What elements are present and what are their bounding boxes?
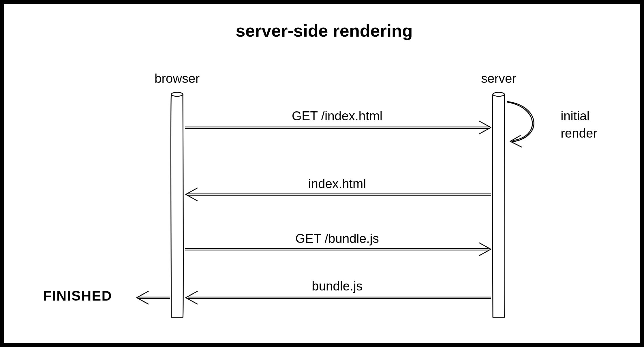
lifeline-server bbox=[493, 92, 505, 317]
diagram-title: server-side rendering bbox=[236, 21, 413, 40]
annotation-initial-render-line2: render bbox=[561, 126, 597, 140]
arrow-get-bundle-label: GET /bundle.js bbox=[295, 231, 379, 245]
arrow-finished: FINISHED bbox=[43, 288, 170, 304]
sequence-diagram-svg: server-side rendering browser server bbox=[10, 9, 637, 341]
arrow-get-index: GET /index.html bbox=[185, 109, 491, 134]
annotation-finished: FINISHED bbox=[43, 288, 112, 303]
loop-initial-render: initial render bbox=[507, 102, 597, 147]
lifeline-browser bbox=[171, 92, 183, 317]
arrow-get-bundle: GET /bundle.js bbox=[185, 231, 491, 256]
arrow-resp-bundle: bundle.js bbox=[186, 279, 491, 304]
arrow-resp-index-label: index.html bbox=[308, 177, 366, 191]
svg-point-1 bbox=[493, 92, 504, 96]
diagram-frame: server-side rendering browser server bbox=[0, 0, 644, 347]
arrow-resp-index: index.html bbox=[186, 177, 491, 201]
svg-point-0 bbox=[171, 92, 183, 96]
arrow-get-index-label: GET /index.html bbox=[292, 109, 383, 123]
participant-browser-label: browser bbox=[155, 71, 200, 85]
participant-server-label: server bbox=[481, 71, 516, 85]
annotation-initial-render-line1: initial bbox=[561, 109, 589, 123]
arrow-resp-bundle-label: bundle.js bbox=[312, 279, 363, 293]
diagram-inner: server-side rendering browser server bbox=[10, 9, 634, 337]
